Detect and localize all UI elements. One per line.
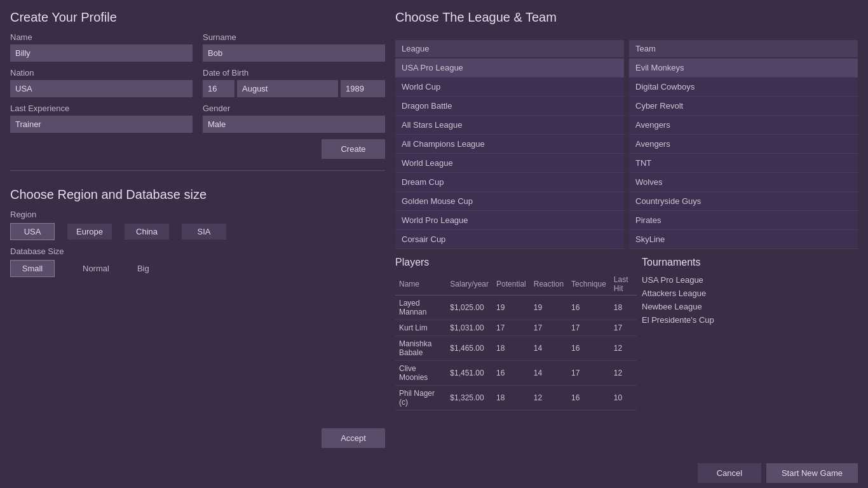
last-exp-input[interactable] [10, 116, 193, 133]
bottom-section: Players NameSalary/yearPotentialReaction… [395, 257, 858, 448]
team-item[interactable]: Pirates [629, 211, 858, 230]
team-item[interactable]: TNT [629, 154, 858, 173]
table-cell: Manishka Babale [395, 336, 446, 361]
table-row: Layed Mannan$1,025.0019191618 [395, 295, 637, 320]
table-cell: 17 [492, 320, 530, 336]
league-item[interactable]: Corsair Cup [395, 230, 624, 249]
surname-input[interactable] [203, 44, 385, 62]
tournaments-list: USA Pro LeagueAttackers LeagueNewbee Lea… [642, 273, 858, 327]
table-cell: 10 [610, 386, 637, 410]
exp-row: Last Experience Gender [10, 104, 385, 133]
table-cell: 14 [530, 336, 567, 361]
team-list: Evil MonkeysDigital CowboysCyber RevoltA… [629, 58, 858, 249]
league-item[interactable]: World League [395, 154, 624, 173]
gender-label: Gender [203, 104, 385, 113]
dbsize-label-normal: Normal [83, 264, 109, 273]
accept-btn-row: Accept [10, 418, 385, 448]
table-cell: 17 [567, 361, 610, 386]
table-cell: 19 [492, 295, 530, 320]
league-item[interactable]: Dragon Battle [395, 97, 624, 116]
league-col-header: League [395, 40, 624, 57]
profile-title: Create Your Profile [10, 10, 385, 25]
dob-group: Date of Birth [203, 68, 385, 97]
table-row: Manishka Babale$1,465.0018141612 [395, 336, 637, 361]
league-item[interactable]: World Cup [395, 78, 624, 97]
league-item[interactable]: Dream Cup [395, 173, 624, 192]
team-item[interactable]: Digital Cowboys [629, 78, 858, 97]
region-box-china[interactable]: China [125, 224, 169, 240]
players-table: NameSalary/yearPotentialReactionTechniqu… [395, 273, 637, 410]
table-cell: 16 [567, 295, 610, 320]
nation-input[interactable] [10, 80, 193, 97]
players-col-header: Potential [492, 273, 530, 295]
team-item[interactable]: SkyLine [629, 230, 858, 249]
players-col-header: Reaction [530, 273, 567, 295]
nation-group: Nation [10, 68, 193, 97]
league-list: USA Pro LeagueWorld CupDragon BattleAll … [395, 58, 624, 249]
table-cell: 12 [610, 361, 637, 386]
table-cell: 17 [610, 320, 637, 336]
dbsize-option-small[interactable]: Small [10, 260, 55, 277]
surname-group: Surname [203, 32, 385, 62]
league-team-section: League USA Pro LeagueWorld CupDragon Bat… [395, 40, 858, 249]
dob-year-input[interactable] [341, 80, 385, 97]
table-cell: $1,025.00 [446, 295, 492, 320]
tournaments-title: Tournaments [642, 257, 858, 268]
footer: Cancel Start New Game [0, 458, 868, 488]
players-section: Players NameSalary/yearPotentialReaction… [395, 257, 637, 448]
team-item[interactable]: Avengers [629, 116, 858, 135]
table-cell: Kurt Lim [395, 320, 446, 336]
team-item[interactable]: Evil Monkeys [629, 58, 858, 78]
table-cell: 16 [492, 361, 530, 386]
region-option-sia[interactable]: SIA [182, 224, 226, 240]
table-cell: 18 [610, 295, 637, 320]
name-input[interactable] [10, 44, 193, 62]
db-size-label: Database Size [10, 247, 385, 256]
league-team-title: Choose The League & Team [395, 10, 858, 25]
cancel-button[interactable]: Cancel [698, 463, 761, 483]
accept-button[interactable]: Accept [322, 428, 385, 448]
region-option-usa[interactable]: USA [10, 223, 55, 240]
table-cell: 14 [530, 361, 567, 386]
table-cell: $1,325.00 [446, 386, 492, 410]
league-item[interactable]: World Pro League [395, 211, 624, 230]
region-option-europe[interactable]: Europe [67, 224, 112, 240]
dob-label: Date of Birth [203, 68, 385, 78]
dbsize-option-normal[interactable]: Normal [83, 264, 109, 273]
team-col-header: Team [629, 40, 858, 57]
league-item[interactable]: All Champions League [395, 135, 624, 154]
league-item[interactable]: All Stars League [395, 116, 624, 135]
team-item[interactable]: Wolves [629, 173, 858, 192]
dob-day-input[interactable] [203, 80, 234, 97]
surname-label: Surname [203, 32, 385, 42]
divider [10, 170, 385, 171]
table-cell: 17 [530, 320, 567, 336]
table-cell: $1,451.00 [446, 361, 492, 386]
table-cell: Phil Nager (c) [395, 386, 446, 410]
table-cell: Layed Mannan [395, 295, 446, 320]
league-col: League USA Pro LeagueWorld CupDragon Bat… [395, 40, 624, 249]
table-cell: 18 [492, 336, 530, 361]
team-item[interactable]: Avengers [629, 135, 858, 154]
region-box-sia[interactable]: SIA [182, 224, 226, 240]
table-cell: 19 [530, 295, 567, 320]
create-button[interactable]: Create [322, 139, 385, 159]
league-item[interactable]: Golden Mouse Cup [395, 192, 624, 211]
region-box-europe[interactable]: Europe [67, 224, 112, 240]
region-box-usa[interactable]: USA [10, 223, 55, 240]
team-item[interactable]: Countryside Guys [629, 192, 858, 211]
gender-group: Gender [203, 104, 385, 133]
start-new-game-button[interactable]: Start New Game [766, 463, 858, 483]
dbsize-box-small[interactable]: Small [10, 260, 55, 277]
table-cell: 16 [567, 386, 610, 410]
gender-input[interactable] [203, 116, 385, 133]
dbsize-option-big[interactable]: Big [137, 264, 149, 273]
left-panel: Create Your Profile Name Surname Nation … [10, 10, 385, 448]
region-option-china[interactable]: China [125, 224, 169, 240]
players-col-header: Last Hit [610, 273, 637, 295]
players-title: Players [395, 257, 637, 268]
league-item[interactable]: USA Pro League [395, 58, 624, 78]
dob-month-input[interactable] [237, 80, 338, 97]
region-label: Region [10, 210, 385, 219]
team-item[interactable]: Cyber Revolt [629, 97, 858, 116]
